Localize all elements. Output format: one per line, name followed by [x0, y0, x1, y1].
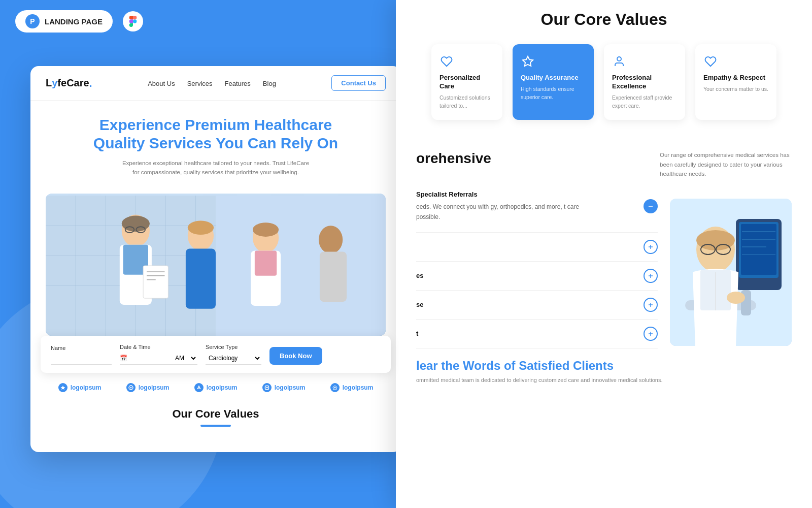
- svg-rect-23: [143, 266, 168, 298]
- quality-title: Quality Assurance: [521, 74, 586, 82]
- acc-title-1: Specialist Referrals: [416, 190, 635, 198]
- top-bar: P LANDING PAGE: [15, 10, 143, 33]
- service-select[interactable]: Cardiology General Neurology: [206, 352, 261, 365]
- partner-name-2: logoipsum: [139, 384, 170, 391]
- accordion-btn-5[interactable]: [644, 327, 658, 341]
- svg-point-35: [617, 57, 621, 61]
- personalized-title: Personalized Care: [439, 74, 494, 91]
- contact-button[interactable]: Contact Us: [331, 75, 386, 91]
- hero-description: Experience exceptional healthcare tailor…: [119, 158, 312, 177]
- nav-features[interactable]: Features: [225, 80, 251, 87]
- accordion-item-3: es: [416, 262, 658, 291]
- partner-icon-5: [330, 383, 340, 392]
- testimonials-title: lear the Words of Satisfied Clients: [416, 359, 792, 373]
- hero-image: [46, 194, 386, 336]
- right-top-section: Our Core Values Personalized Care Custom…: [396, 0, 812, 150]
- empathy-title: Empathy & Respect: [703, 74, 768, 82]
- comp-title: orehensive: [416, 150, 491, 167]
- svg-rect-17: [186, 248, 216, 308]
- value-card-professional: Professional Excellence Experienced staf…: [604, 44, 685, 120]
- accordion-item-4: se: [416, 291, 658, 320]
- value-card-quality: Quality Assurance High standards ensure …: [513, 44, 594, 120]
- test-title-plain: lear the Words of: [416, 359, 519, 372]
- service-label: Service Type: [206, 344, 261, 350]
- badge-label: LANDING PAGE: [45, 17, 103, 26]
- professional-title: Professional Excellence: [612, 74, 677, 91]
- acc-title-4: se: [416, 301, 635, 308]
- svg-point-27: [319, 226, 343, 253]
- core-values-bar: [200, 425, 231, 427]
- datetime-label: Date & Time: [120, 344, 197, 350]
- hero-illustration: [46, 194, 386, 336]
- professional-icon: [612, 54, 626, 69]
- core-values-title: Our Core Values: [30, 402, 401, 430]
- am-pm-select[interactable]: AM PM: [172, 352, 197, 364]
- svg-point-22: [253, 223, 279, 237]
- partner-name-4: logoipsum: [275, 384, 306, 391]
- core-values-heading: Our Core Values: [46, 407, 386, 421]
- partner-icon-3: [194, 383, 204, 392]
- accordion-item-2: [416, 233, 658, 262]
- svg-point-34: [334, 387, 335, 388]
- nav-blog[interactable]: Blog: [263, 80, 276, 87]
- values-cards: Personalized Care Customized solutions t…: [416, 44, 792, 120]
- landing-page-badge: P LANDING PAGE: [15, 10, 113, 33]
- svg-point-62: [727, 292, 745, 304]
- partner-icon-1: [58, 383, 67, 392]
- svg-point-30: [130, 387, 131, 388]
- partner-name-3: logoipsum: [207, 384, 238, 391]
- testimonials-section: lear the Words of Satisfied Clients ommi…: [396, 348, 812, 385]
- accordion-btn-2[interactable]: [644, 240, 658, 254]
- date-wrapper: 📅 AM PM: [120, 352, 197, 365]
- nav-about[interactable]: About Us: [148, 80, 175, 87]
- partner-logo-3: logoipsum: [194, 383, 238, 392]
- name-input[interactable]: [51, 353, 112, 365]
- window-right: Our Core Values Personalized Care Custom…: [396, 0, 812, 508]
- partner-logo-2: logoipsum: [126, 383, 170, 392]
- accordion-item-1: Specialist Referrals eeds. We connect yo…: [416, 183, 658, 232]
- hero-headline-blue: Quality Services You Can Rely On: [61, 134, 370, 152]
- svg-rect-28: [320, 251, 347, 302]
- nav-links: About Us Services Features Blog: [148, 79, 276, 88]
- doctor-scene: [46, 194, 386, 336]
- comprehensive-section: orehensive Our range of comprehensive me…: [396, 150, 812, 348]
- personalized-icon: [439, 54, 454, 69]
- svg-point-56: [696, 230, 735, 250]
- quality-desc: High standards ensure superior care.: [521, 85, 586, 102]
- name-field-group: Name: [51, 345, 112, 365]
- acc-title-3: es: [416, 272, 635, 279]
- acc-content-1: eeds. We connect you with gy, orthopedic…: [416, 202, 589, 221]
- partner-logo-5: logoipsum: [330, 383, 374, 392]
- figma-icon: [123, 11, 143, 31]
- comp-content-row: Specialist Referrals eeds. We connect yo…: [416, 183, 792, 348]
- datetime-field-group: Date & Time 📅 AM PM: [120, 344, 197, 365]
- empathy-icon: [703, 54, 718, 69]
- partner-logo-4: logoipsum: [262, 383, 306, 392]
- navbar: LyfeCare. About Us Services Features Blo…: [30, 66, 401, 101]
- partner-logo-1: logoipsum: [58, 383, 101, 392]
- calendar-icon: 📅: [120, 355, 127, 362]
- accordion-btn-4[interactable]: [644, 298, 658, 312]
- test-title-blue: Satisfied Clients: [519, 359, 614, 372]
- date-input[interactable]: [129, 353, 170, 364]
- book-now-button[interactable]: Book Now: [269, 347, 322, 365]
- doctor-illustration: [670, 199, 792, 346]
- nav-services[interactable]: Services: [187, 80, 213, 87]
- doctor-img-scene: [670, 199, 792, 346]
- value-card-empathy: Empathy & Respect Your concerns matter t…: [695, 44, 776, 120]
- accordion-btn-3[interactable]: [644, 269, 658, 283]
- empathy-desc: Your concerns matter to us.: [703, 85, 768, 93]
- doctor-image-right: [670, 199, 792, 346]
- partner-icon-4: [262, 383, 272, 392]
- acc-title-5: t: [416, 330, 635, 337]
- logo: LyfeCare.: [46, 77, 92, 90]
- partners-section: logoipsum logoipsum logoipsum logoipsum …: [30, 373, 401, 402]
- partner-icon-2: [126, 383, 136, 392]
- p-icon: P: [25, 14, 40, 28]
- value-card-personalized: Personalized Care Customized solutions t…: [431, 44, 502, 120]
- partner-name-5: logoipsum: [343, 384, 374, 391]
- window-left: LyfeCare. About Us Services Features Blo…: [30, 66, 401, 452]
- personalized-desc: Customized solutions tailored to...: [439, 94, 494, 110]
- testimonials-subtitle: ommitted medical team is dedicated to de…: [416, 376, 792, 385]
- accordion-btn-1[interactable]: [644, 199, 658, 213]
